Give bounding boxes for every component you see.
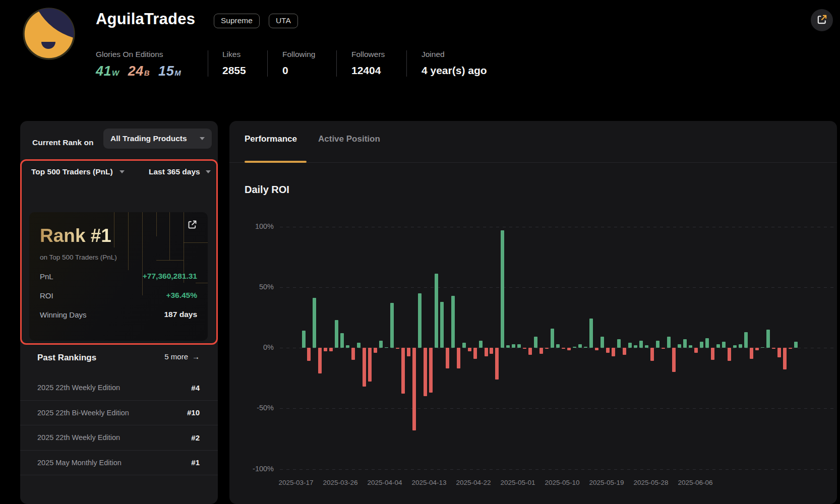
roi-bar[interactable] <box>401 348 405 394</box>
roi-bar[interactable] <box>711 348 714 360</box>
roi-bar[interactable] <box>346 345 349 348</box>
roi-bar[interactable] <box>545 348 549 349</box>
roi-bar[interactable] <box>313 298 316 348</box>
roi-bar[interactable] <box>490 348 493 354</box>
leaderboard-dropdown[interactable]: Top 500 Traders (PnL) <box>31 167 125 176</box>
roi-bar[interactable] <box>662 348 665 349</box>
roi-bar[interactable] <box>324 348 327 351</box>
roi-bar[interactable] <box>789 348 792 349</box>
roi-bar[interactable] <box>556 344 560 348</box>
badge-uta[interactable]: UTA <box>269 14 298 28</box>
roi-bar[interactable] <box>351 348 355 360</box>
roi-bar[interactable] <box>634 345 637 348</box>
past-ranking-row[interactable]: 2025 22th Weekly Edition #4 <box>20 375 218 401</box>
roi-bar[interactable] <box>595 348 598 350</box>
roi-bar[interactable] <box>601 337 604 348</box>
roi-bar[interactable] <box>307 348 311 361</box>
roi-bar[interactable] <box>418 293 422 348</box>
roi-bar[interactable] <box>424 348 427 396</box>
roi-bar[interactable] <box>623 348 626 355</box>
roi-bar[interactable] <box>407 348 410 356</box>
roi-bar[interactable] <box>584 347 587 348</box>
roi-bar[interactable] <box>573 347 576 348</box>
roi-bar[interactable] <box>302 331 306 348</box>
rank-card-expand-button[interactable] <box>187 219 198 231</box>
roi-bar[interactable] <box>783 348 787 369</box>
roi-bar[interactable] <box>473 348 477 359</box>
roi-bar[interactable] <box>589 319 593 348</box>
roi-bar[interactable] <box>440 302 444 348</box>
roi-bar[interactable] <box>794 342 798 348</box>
product-dropdown[interactable]: All Trading Products <box>103 129 212 149</box>
roi-bar[interactable] <box>446 348 449 368</box>
roi-bar[interactable] <box>329 348 333 351</box>
roi-bar[interactable] <box>485 348 488 356</box>
roi-bar[interactable] <box>772 348 775 349</box>
roi-bar[interactable] <box>562 348 565 349</box>
roi-bar[interactable] <box>733 345 737 348</box>
tab-performance[interactable]: Performance <box>245 134 297 144</box>
roi-bar[interactable] <box>435 274 438 348</box>
roi-bar[interactable] <box>739 344 742 348</box>
past-ranking-row[interactable]: 2025 22th Weekly Edition #2 <box>20 425 218 451</box>
roi-bar[interactable] <box>551 329 554 348</box>
roi-bar[interactable] <box>689 345 692 348</box>
roi-bar[interactable] <box>694 348 698 353</box>
roi-bar[interactable] <box>412 348 416 430</box>
roi-bar[interactable] <box>379 341 383 348</box>
roi-bar[interactable] <box>650 348 654 361</box>
roi-bar[interactable] <box>777 348 781 357</box>
roi-bar[interactable] <box>390 303 394 348</box>
roi-bar[interactable] <box>728 348 731 361</box>
roi-bar[interactable] <box>385 347 388 348</box>
roi-bar[interactable] <box>750 348 753 359</box>
roi-bar[interactable] <box>363 348 366 387</box>
roi-bar[interactable] <box>683 339 687 348</box>
past-rankings-more-link[interactable]: 5 more → <box>164 352 200 361</box>
roi-bar[interactable] <box>468 348 471 351</box>
roi-bar[interactable] <box>700 342 703 348</box>
roi-bar[interactable] <box>672 348 676 372</box>
roi-bar[interactable] <box>429 348 433 393</box>
roi-bar[interactable] <box>539 348 543 354</box>
roi-bar[interactable] <box>705 338 709 348</box>
roi-bar[interactable] <box>667 337 671 348</box>
roi-bar[interactable] <box>318 348 322 373</box>
roi-bar[interactable] <box>517 344 521 348</box>
roi-bar[interactable] <box>462 343 466 348</box>
roi-bar[interactable] <box>656 341 659 348</box>
roi-bar[interactable] <box>357 343 361 348</box>
roi-bar[interactable] <box>396 348 399 349</box>
roi-bar[interactable] <box>755 348 759 350</box>
roi-bar[interactable] <box>645 345 648 348</box>
roi-bar[interactable] <box>501 230 504 348</box>
roi-bar[interactable] <box>495 348 499 380</box>
roi-bar[interactable] <box>368 348 372 382</box>
past-ranking-row[interactable]: 2025 22th Bi-Weekly Edition #10 <box>20 401 218 426</box>
roi-bar[interactable] <box>744 332 748 348</box>
roi-bar[interactable] <box>606 348 610 353</box>
roi-bar[interactable] <box>766 330 770 348</box>
roi-bar[interactable] <box>457 348 460 368</box>
roi-bar[interactable] <box>528 348 532 355</box>
roi-bar[interactable] <box>612 348 615 356</box>
roi-bar[interactable] <box>506 345 510 348</box>
share-profile-button[interactable] <box>811 9 833 31</box>
rank-card[interactable]: Rank #1 on Top 500 Traders (PnL) PnL +77… <box>29 212 208 341</box>
past-ranking-row[interactable]: 2025 May Monthly Edition #1 <box>20 451 218 476</box>
roi-bar[interactable] <box>451 296 455 348</box>
roi-bar[interactable] <box>578 344 582 348</box>
roi-bar[interactable] <box>340 333 344 348</box>
roi-bar[interactable] <box>534 337 537 348</box>
roi-bar[interactable] <box>639 341 643 348</box>
roi-bar[interactable] <box>722 342 726 348</box>
roi-bar[interactable] <box>761 347 764 348</box>
period-dropdown[interactable]: Last 365 days <box>149 167 211 176</box>
badge-supreme[interactable]: Supreme <box>214 14 260 28</box>
roi-bar[interactable] <box>374 348 377 353</box>
roi-bar[interactable] <box>479 341 483 348</box>
roi-bar[interactable] <box>628 343 632 348</box>
roi-bar[interactable] <box>617 339 621 348</box>
roi-bar[interactable] <box>512 344 515 348</box>
roi-bar[interactable] <box>716 344 720 348</box>
